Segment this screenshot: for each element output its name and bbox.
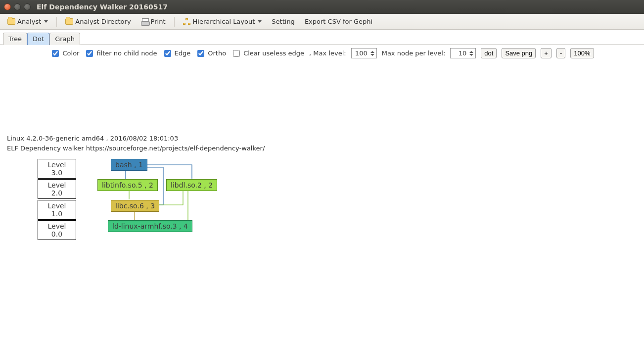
- clear-edge-checkbox[interactable]: Clear useless edge: [231, 48, 304, 58]
- filter-checkbox-label: filter no child node: [96, 49, 157, 57]
- spinner-icon[interactable]: [468, 49, 475, 57]
- minimize-icon[interactable]: [14, 3, 21, 10]
- analyst-directory-label: Analyst Directory: [75, 18, 131, 25]
- export-csv-button[interactable]: Export CSV for Gephi: [301, 16, 376, 27]
- folder-icon: [65, 18, 73, 25]
- max-level-label: , Max level:: [309, 49, 346, 57]
- ortho-checkbox-input[interactable]: [197, 50, 204, 57]
- setting-label: Setting: [272, 18, 295, 25]
- graph-canvas[interactable]: Linux 4.2.0-36-generic amd64 , 2016/08/0…: [0, 61, 644, 337]
- graph-node-libtinfo[interactable]: libtinfo.so.5 , 2: [97, 179, 158, 191]
- level-box: Level 2.0: [38, 179, 76, 199]
- tab-graph[interactable]: Graph: [49, 33, 80, 45]
- max-node-input[interactable]: 10: [450, 48, 476, 58]
- filter-checkbox-input[interactable]: [86, 50, 93, 57]
- edge-checkbox-input[interactable]: [164, 50, 171, 57]
- ortho-checkbox-label: Ortho: [208, 49, 226, 57]
- save-png-button[interactable]: Save png: [502, 48, 536, 58]
- tab-tree[interactable]: Tree: [3, 33, 27, 45]
- options-row: Color filter no child node Edge Ortho Cl…: [0, 45, 644, 61]
- analyst-label: Analyst: [17, 18, 41, 25]
- hierarchical-layout-menu[interactable]: Hierarchical Layout: [180, 16, 266, 27]
- ortho-checkbox[interactable]: Ortho: [195, 48, 226, 58]
- window-titlebar: Elf Dependency Walker 20160517: [0, 0, 644, 14]
- graph-node-bash[interactable]: bash , 1: [111, 159, 147, 171]
- max-node-label: Max node per level:: [382, 49, 446, 57]
- clear-edge-checkbox-input[interactable]: [233, 50, 240, 57]
- project-url-text: ELF Dependency walker https://sourceforg…: [7, 144, 265, 152]
- max-node-value: 10: [459, 49, 467, 57]
- separator: [174, 17, 175, 27]
- max-level-value: 100: [355, 49, 368, 57]
- window-buttons: [4, 3, 31, 10]
- folder-icon: [7, 18, 15, 25]
- level-box: Level 1.0: [38, 200, 76, 220]
- close-icon[interactable]: [4, 3, 11, 10]
- chevron-down-icon: [44, 20, 48, 23]
- main-toolbar: Analyst Analyst Directory Print Hierarch…: [0, 14, 644, 30]
- print-icon: [141, 18, 149, 25]
- zoom-out-button[interactable]: -: [556, 48, 565, 58]
- tab-bar: Tree Dot Graph: [0, 30, 644, 45]
- filter-checkbox[interactable]: filter no child node: [84, 48, 157, 58]
- zoom-percent-button[interactable]: 100%: [570, 48, 594, 58]
- setting-button[interactable]: Setting: [268, 16, 298, 27]
- chevron-down-icon: [258, 20, 262, 23]
- separator: [56, 17, 57, 27]
- analyst-menu[interactable]: Analyst: [4, 16, 51, 27]
- max-level-input[interactable]: 100: [351, 48, 377, 58]
- print-label: Print: [151, 18, 166, 25]
- color-checkbox-input[interactable]: [52, 50, 59, 57]
- layout-label: Hierarchical Layout: [193, 18, 255, 25]
- analyst-directory-button[interactable]: Analyst Directory: [62, 16, 134, 27]
- clear-edge-checkbox-label: Clear useless edge: [243, 49, 304, 57]
- graph-node-libc[interactable]: libc.so.6 , 3: [111, 200, 159, 212]
- maximize-icon[interactable]: [24, 3, 31, 10]
- color-checkbox-label: Color: [62, 49, 79, 57]
- spinner-icon[interactable]: [369, 49, 376, 57]
- graph-node-libdl[interactable]: libdl.so.2 , 2: [166, 179, 217, 191]
- level-box: Level 0.0: [38, 220, 76, 240]
- export-label: Export CSV for Gephi: [305, 18, 372, 25]
- level-box: Level 3.0: [38, 159, 76, 179]
- dot-button[interactable]: dot: [481, 48, 497, 58]
- window-title: Elf Dependency Walker 20160517: [37, 3, 168, 11]
- print-button[interactable]: Print: [138, 16, 169, 27]
- graph-node-ldlinux[interactable]: ld-linux-armhf.so.3 , 4: [108, 220, 192, 232]
- edge-checkbox[interactable]: Edge: [162, 48, 191, 58]
- color-checkbox[interactable]: Color: [50, 48, 79, 58]
- layout-icon: [183, 18, 191, 25]
- system-info-text: Linux 4.2.0-36-generic amd64 , 2016/08/0…: [7, 135, 178, 142]
- edge-checkbox-label: Edge: [175, 49, 191, 57]
- zoom-in-button[interactable]: +: [541, 48, 552, 58]
- tab-dot[interactable]: Dot: [27, 33, 49, 45]
